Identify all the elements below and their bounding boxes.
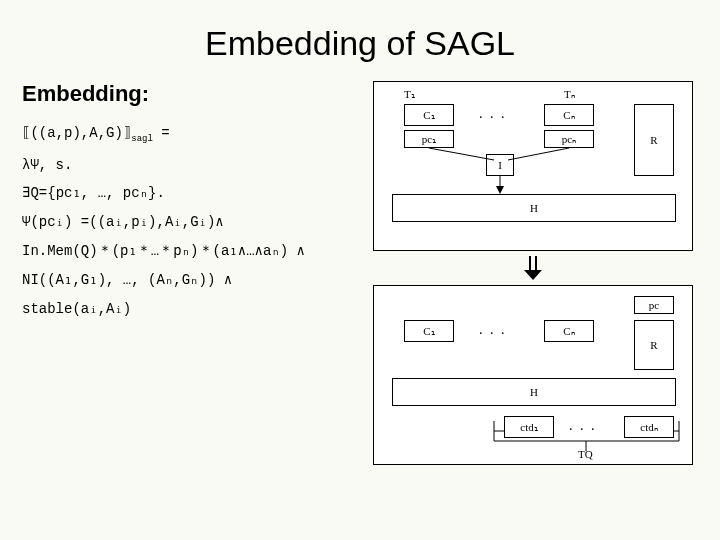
formula-line-3: ∃Q={pc₁, …, pcₙ}.: [22, 185, 352, 202]
formula-column: Embedding: ⟦((a,p),A,G)⟧sagl = λΨ, s. ∃Q…: [22, 81, 352, 465]
arrow-down-icon: [516, 257, 550, 279]
svg-marker-3: [496, 186, 504, 194]
l5-p1: (p₁: [112, 243, 137, 259]
formula-line-2: λΨ, s.: [22, 157, 352, 174]
formula-line-5: In.Mem(Q)＊(p₁＊…＊pₙ)＊(a₁∧…∧aₙ) ∧: [22, 243, 352, 260]
formula-line-4: Ψ(pcᵢ) =((aᵢ,pᵢ),Aᵢ,Gᵢ)∧: [22, 214, 352, 231]
l5-pn: pₙ): [173, 243, 198, 259]
l1-sub: sagl: [131, 134, 153, 144]
svg-line-0: [429, 148, 494, 160]
diagram-bottom: pc C₁ . . . Cₙ R H ctd₁ . . . ctdₙ TQ: [373, 285, 693, 465]
formula-line-6: NI((A₁,G₁), …, (Aₙ,Gₙ)) ∧: [22, 272, 352, 289]
l5-star-3: ＊: [159, 243, 173, 259]
l1-pre: ⟦((a,p),A,G)⟧: [22, 125, 131, 141]
formula-line-1: ⟦((a,p),A,G)⟧sagl =: [22, 125, 352, 145]
l5-pm: …: [151, 243, 159, 259]
label-TQ: TQ: [578, 448, 593, 460]
l5-a: (a₁∧…∧aₙ) ∧: [213, 243, 306, 259]
l1-post: =: [153, 125, 170, 141]
l5-pre: In.Mem(Q): [22, 243, 98, 259]
l5-star-1: ＊: [98, 243, 112, 259]
connector-lines-top: [374, 82, 692, 250]
connector-lines-bot: [374, 286, 692, 464]
box-H-top: H: [392, 194, 676, 222]
page-title: Embedding of SAGL: [0, 0, 720, 63]
svg-line-1: [508, 148, 569, 160]
subheading: Embedding:: [22, 81, 352, 107]
diagram-top: T₁ Tₙ C₁ . . . Cₙ pc₁ pcₙ R I H: [373, 81, 693, 251]
svg-marker-6: [524, 270, 542, 280]
formula-line-7: stable(aᵢ,Aᵢ): [22, 301, 352, 318]
l5-star-2: ＊: [137, 243, 151, 259]
l5-star-4: ＊: [199, 243, 213, 259]
content-row: Embedding: ⟦((a,p),A,G)⟧sagl = λΨ, s. ∃Q…: [0, 63, 720, 465]
diagram-column: T₁ Tₙ C₁ . . . Cₙ pc₁ pcₙ R I H: [368, 81, 698, 465]
